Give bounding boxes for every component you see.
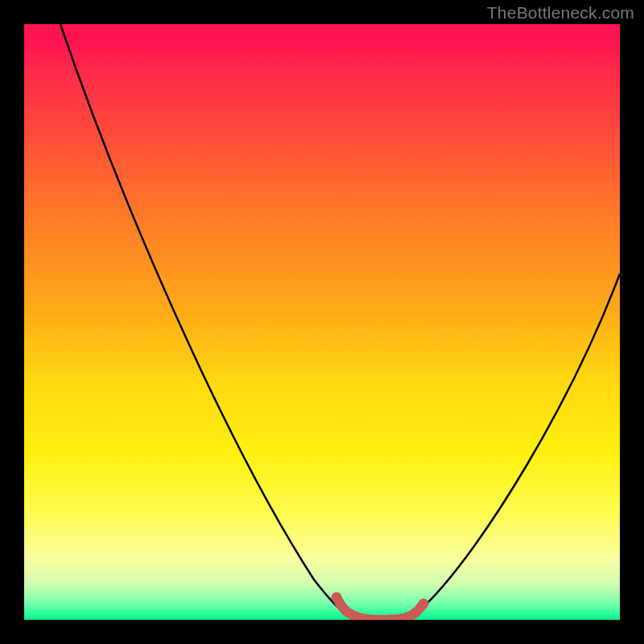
optimal-region-marker xyxy=(336,597,423,620)
watermark-text: TheBottleneck.com xyxy=(487,3,634,23)
marker-dot-left xyxy=(332,592,342,603)
plot-area xyxy=(24,24,620,620)
marker-dot-right xyxy=(419,599,429,609)
marker-layer xyxy=(24,24,620,620)
